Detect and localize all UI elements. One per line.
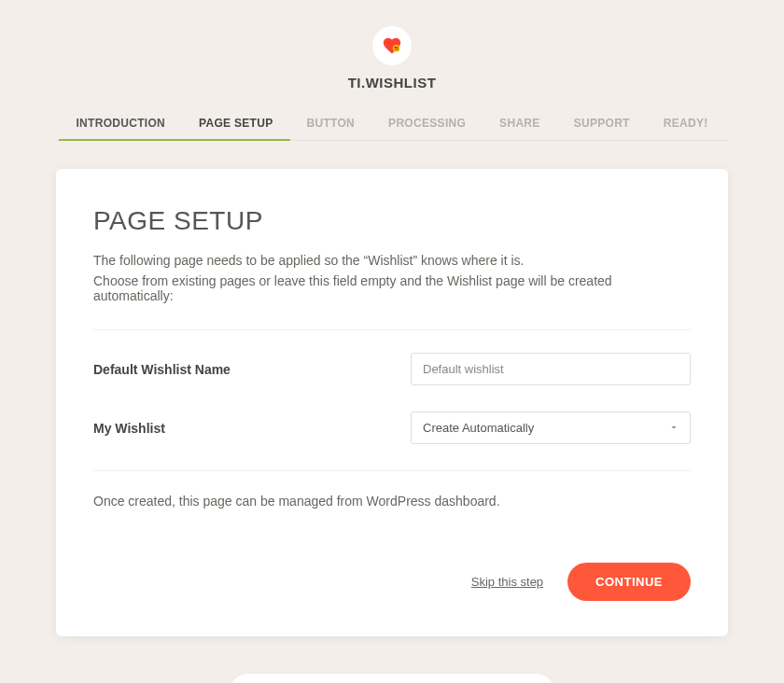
tab-introduction[interactable]: INTRODUCTION — [59, 107, 182, 141]
intro-text-2: Choose from existing pages or leave this… — [93, 273, 691, 303]
label-default-wishlist-name: Default Wishlist Name — [93, 362, 411, 377]
svg-text:TI: TI — [395, 47, 399, 51]
label-my-wishlist: My Wishlist — [93, 421, 411, 436]
wizard-tabs: INTRODUCTION PAGE SETUP BUTTON PROCESSIN… — [56, 107, 728, 141]
my-wishlist-select[interactable]: Create Automatically — [411, 411, 691, 444]
tab-processing[interactable]: PROCESSING — [371, 107, 483, 141]
tab-ready[interactable]: READY! — [647, 107, 725, 141]
form-row-default-wishlist-name: Default Wishlist Name — [93, 353, 691, 385]
page-title: PAGE SETUP — [93, 206, 691, 236]
tab-button[interactable]: BUTTON — [290, 107, 372, 141]
default-wishlist-name-input[interactable] — [411, 353, 691, 385]
intro-text-1: The following page needs to be applied s… — [93, 253, 691, 268]
divider — [93, 329, 691, 330]
continue-button[interactable]: CONTINUE — [567, 563, 691, 601]
heart-icon: TI — [382, 35, 402, 56]
form-row-my-wishlist: My Wishlist Create Automatically — [93, 411, 691, 444]
header: TI TI.WISHLIST — [0, 26, 784, 91]
brand-logo: TI — [372, 26, 412, 65]
setup-card: PAGE SETUP The following page needs to b… — [56, 169, 728, 636]
actions-row: Skip this step CONTINUE — [93, 563, 691, 601]
note-text: Once created, this page can be managed f… — [93, 494, 691, 509]
tab-support[interactable]: SUPPORT — [557, 107, 647, 141]
skip-link[interactable]: Skip this step — [471, 575, 543, 589]
brand-title: TI.WISHLIST — [0, 75, 784, 91]
footer: RETURN TO THE WORDPRESS DASHBOARD — [0, 674, 784, 683]
return-dashboard-button[interactable]: RETURN TO THE WORDPRESS DASHBOARD — [229, 674, 555, 683]
tab-share[interactable]: SHARE — [483, 107, 557, 141]
tab-page-setup[interactable]: PAGE SETUP — [182, 107, 289, 141]
divider — [93, 470, 691, 471]
